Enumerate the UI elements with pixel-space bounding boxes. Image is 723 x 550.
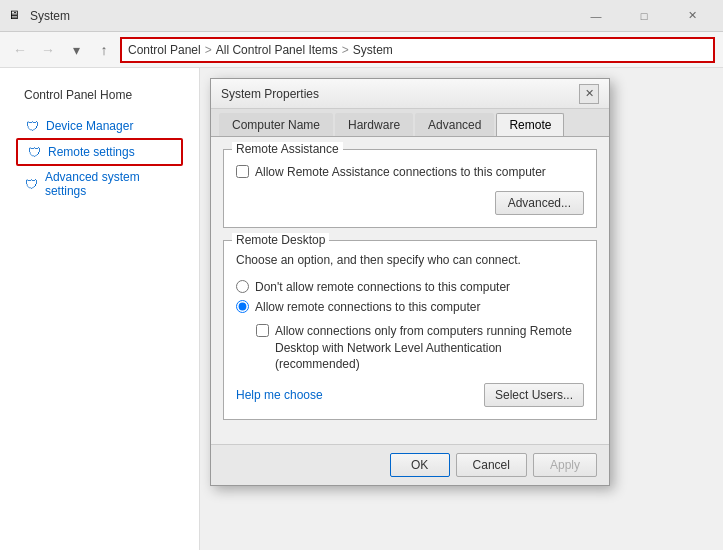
- main-layout: Control Panel Home 🛡 Device Manager 🛡 Re…: [0, 68, 723, 550]
- title-bar-controls: — □ ✕: [573, 0, 715, 32]
- apply-button[interactable]: Apply: [533, 453, 597, 477]
- remote-desktop-legend: Remote Desktop: [232, 233, 329, 247]
- system-properties-dialog: System Properties ✕ Computer Name Hardwa…: [210, 78, 610, 486]
- tab-remote[interactable]: Remote: [496, 113, 564, 136]
- dialog-footer: OK Cancel Apply: [211, 444, 609, 485]
- radio-allow[interactable]: [236, 300, 249, 313]
- remote-assistance-checkbox[interactable]: [236, 165, 249, 178]
- shield-icon-advanced: 🛡: [24, 176, 39, 192]
- select-users-button[interactable]: Select Users...: [484, 383, 584, 407]
- back-button[interactable]: ←: [8, 38, 32, 62]
- content-area: System Properties ✕ Computer Name Hardwa…: [200, 68, 723, 550]
- remote-desktop-bottom-row: Help me choose Select Users...: [236, 383, 584, 407]
- sidebar-label-device: Device Manager: [46, 119, 133, 133]
- remote-assistance-actions: Advanced...: [236, 191, 584, 215]
- sidebar-label-advanced: Advanced system settings: [45, 170, 175, 198]
- window-close-button[interactable]: ✕: [669, 0, 715, 32]
- breadcrumb-part2: All Control Panel Items: [216, 43, 338, 57]
- system-icon: 🖥: [8, 8, 24, 24]
- dropdown-button[interactable]: ▾: [64, 38, 88, 62]
- radio-dont-allow[interactable]: [236, 280, 249, 293]
- cancel-button[interactable]: Cancel: [456, 453, 527, 477]
- title-bar-title: System: [30, 9, 70, 23]
- help-me-choose-link[interactable]: Help me choose: [236, 388, 323, 402]
- forward-icon: →: [41, 42, 55, 58]
- ok-button[interactable]: OK: [390, 453, 450, 477]
- remote-desktop-desc: Choose an option, and then specify who c…: [236, 253, 584, 267]
- address-bar: ← → ▾ ↑ Control Panel > All Control Pane…: [0, 32, 723, 68]
- tab-hardware[interactable]: Hardware: [335, 113, 413, 136]
- back-icon: ←: [13, 42, 27, 58]
- dialog-content: Remote Assistance Allow Remote Assistanc…: [211, 137, 609, 444]
- breadcrumb-sep1: >: [205, 43, 212, 57]
- tabs-bar: Computer Name Hardware Advanced Remote: [211, 109, 609, 137]
- breadcrumb-part3: System: [353, 43, 393, 57]
- sidebar-label-remote: Remote settings: [48, 145, 135, 159]
- sidebar-item-home[interactable]: Control Panel Home: [16, 84, 183, 106]
- dialog-title: System Properties: [221, 87, 579, 101]
- forward-button[interactable]: →: [36, 38, 60, 62]
- remote-desktop-group: Remote Desktop Choose an option, and the…: [223, 240, 597, 420]
- dialog-close-button[interactable]: ✕: [579, 84, 599, 104]
- remote-assistance-legend: Remote Assistance: [232, 142, 343, 156]
- sidebar-home-label: Control Panel Home: [24, 88, 132, 102]
- sidebar-item-device-manager[interactable]: 🛡 Device Manager: [16, 114, 183, 138]
- remote-assistance-group: Remote Assistance Allow Remote Assistanc…: [223, 149, 597, 228]
- radio-allow-label: Allow remote connections to this compute…: [255, 300, 480, 314]
- nla-section: Allow connections only from computers ru…: [256, 321, 584, 375]
- sidebar-item-advanced[interactable]: 🛡 Advanced system settings: [16, 166, 183, 202]
- shield-icon-device: 🛡: [24, 118, 40, 134]
- sidebar: Control Panel Home 🛡 Device Manager 🛡 Re…: [0, 68, 200, 550]
- breadcrumb-part1: Control Panel: [128, 43, 201, 57]
- remote-assistance-label: Allow Remote Assistance connections to t…: [255, 164, 546, 181]
- minimize-button[interactable]: —: [573, 0, 619, 32]
- radio-dont-allow-label: Don't allow remote connections to this c…: [255, 280, 510, 294]
- remote-assistance-content: Allow Remote Assistance connections to t…: [236, 162, 584, 215]
- sidebar-item-remote-settings[interactable]: 🛡 Remote settings: [16, 138, 183, 166]
- nla-checkbox[interactable]: [256, 324, 269, 337]
- tab-advanced[interactable]: Advanced: [415, 113, 494, 136]
- breadcrumb: Control Panel > All Control Panel Items …: [120, 37, 715, 63]
- radio-row-allow: Allow remote connections to this compute…: [236, 297, 584, 317]
- up-button[interactable]: ↑: [92, 38, 116, 62]
- remote-assistance-checkbox-row: Allow Remote Assistance connections to t…: [236, 162, 584, 183]
- nla-label: Allow connections only from computers ru…: [275, 323, 584, 373]
- sidebar-section: Control Panel Home 🛡 Device Manager 🛡 Re…: [0, 80, 199, 210]
- tab-computer-name[interactable]: Computer Name: [219, 113, 333, 136]
- maximize-button[interactable]: □: [621, 0, 667, 32]
- shield-icon-remote: 🛡: [26, 144, 42, 160]
- dialog-titlebar: System Properties ✕: [211, 79, 609, 109]
- nla-checkbox-row: Allow connections only from computers ru…: [256, 321, 584, 375]
- breadcrumb-sep2: >: [342, 43, 349, 57]
- remote-desktop-content: Choose an option, and then specify who c…: [236, 253, 584, 407]
- up-icon: ↑: [101, 42, 108, 58]
- radio-row-dont-allow: Don't allow remote connections to this c…: [236, 277, 584, 297]
- title-bar: 🖥 System — □ ✕: [0, 0, 723, 32]
- remote-assistance-advanced-button[interactable]: Advanced...: [495, 191, 584, 215]
